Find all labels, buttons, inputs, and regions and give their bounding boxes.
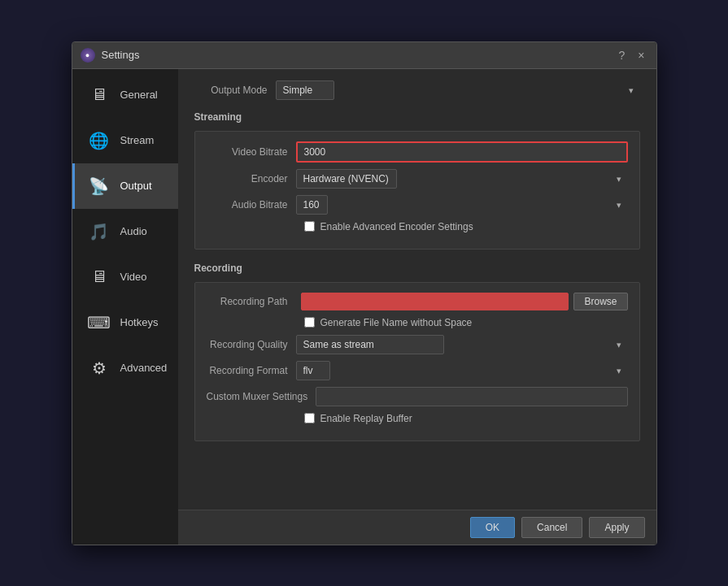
obs-logo-icon: ● xyxy=(81,48,95,63)
recording-section: Recording Recording Path Browse Generate… xyxy=(194,263,640,441)
sidebar-item-stream[interactable]: 🌐 Stream xyxy=(72,118,178,163)
video-bitrate-row: Video Bitrate xyxy=(207,141,628,163)
help-button[interactable]: ? xyxy=(616,47,629,63)
sidebar-label-stream: Stream xyxy=(120,134,155,146)
audio-bitrate-wrapper: 160 128 96 xyxy=(296,195,628,215)
recording-format-select[interactable]: flv mp4 mov mkv xyxy=(296,361,330,380)
recording-format-row: Recording Format flv mp4 mov mkv xyxy=(207,361,628,380)
encoder-row: Encoder Hardware (NVENC) Software (x264) xyxy=(207,169,628,189)
encoder-wrapper: Hardware (NVENC) Software (x264) xyxy=(296,169,628,189)
streaming-section-title: Streaming xyxy=(194,111,640,123)
main-content: Output Mode Simple Advanced Streaming xyxy=(178,69,656,545)
generate-filename-row: Generate File Name without Space xyxy=(207,317,628,328)
recording-section-content: Recording Path Browse Generate File Name… xyxy=(194,282,640,441)
muxer-input[interactable] xyxy=(316,387,627,406)
output-mode-select[interactable]: Simple Advanced xyxy=(276,80,334,100)
recording-path-label: Recording Path xyxy=(207,296,296,307)
dialog-title: Settings xyxy=(102,49,140,61)
content-area: Output Mode Simple Advanced Streaming xyxy=(178,69,656,510)
sidebar-item-hotkeys[interactable]: ⌨ Hotkeys xyxy=(72,300,178,345)
recording-path-input[interactable] xyxy=(301,293,569,310)
sidebar-label-advanced: Advanced xyxy=(120,362,168,374)
close-button[interactable]: × xyxy=(634,47,647,63)
video-bitrate-label: Video Bitrate xyxy=(207,146,296,158)
recording-format-wrapper: flv mp4 mov mkv xyxy=(296,361,628,380)
advanced-encoder-row: Enable Advanced Encoder Settings xyxy=(207,221,628,232)
sidebar-item-video[interactable]: 🖥 Video xyxy=(72,254,178,300)
recording-section-title: Recording xyxy=(194,263,640,274)
output-mode-wrapper: Simple Advanced xyxy=(276,80,640,100)
output-mode-label: Output Mode xyxy=(194,85,276,96)
dialog-body: 🖥 General 🌐 Stream 📡 Output 🎵 Audio 🖥 Vi… xyxy=(72,69,656,545)
advanced-encoder-label: Enable Advanced Encoder Settings xyxy=(320,221,473,232)
sidebar-item-general[interactable]: 🖥 General xyxy=(72,72,178,118)
output-icon: 📡 xyxy=(86,173,112,199)
recording-format-label: Recording Format xyxy=(207,365,296,376)
generate-filename-label: Generate File Name without Space xyxy=(320,317,473,328)
replay-buffer-label: Enable Replay Buffer xyxy=(320,413,412,424)
dialog-footer: OK Cancel Apply xyxy=(178,510,656,545)
title-controls: ? × xyxy=(616,47,648,63)
recording-quality-label: Recording Quality xyxy=(207,339,296,350)
sidebar-item-audio[interactable]: 🎵 Audio xyxy=(72,209,178,254)
apply-button[interactable]: Apply xyxy=(589,517,644,538)
generate-filename-checkbox[interactable] xyxy=(304,317,315,328)
video-icon: 🖥 xyxy=(86,264,112,290)
audio-bitrate-select[interactable]: 160 128 96 xyxy=(296,195,328,215)
watermark-area xyxy=(194,454,640,510)
audio-bitrate-row: Audio Bitrate 160 128 96 xyxy=(207,195,628,215)
stream-icon: 🌐 xyxy=(86,128,112,154)
sidebar-label-general: General xyxy=(120,89,158,101)
streaming-section: Streaming Video Bitrate Encoder xyxy=(194,111,640,250)
muxer-row: Custom Muxer Settings xyxy=(207,387,628,406)
output-mode-row: Output Mode Simple Advanced xyxy=(194,80,640,100)
sidebar-label-video: Video xyxy=(120,271,147,283)
hotkeys-icon: ⌨ xyxy=(86,310,112,336)
encoder-select[interactable]: Hardware (NVENC) Software (x264) xyxy=(296,169,397,189)
advanced-encoder-checkbox[interactable] xyxy=(304,221,315,232)
audio-bitrate-label: Audio Bitrate xyxy=(207,199,296,211)
recording-quality-row: Recording Quality Same as stream High Qu… xyxy=(207,335,628,354)
replay-buffer-checkbox[interactable] xyxy=(304,413,315,423)
recording-quality-select[interactable]: Same as stream High Quality, Medium File… xyxy=(296,335,444,354)
audio-icon: 🎵 xyxy=(86,219,112,245)
browse-button[interactable]: Browse xyxy=(573,293,627,310)
replay-buffer-row: Enable Replay Buffer xyxy=(207,413,628,424)
encoder-label: Encoder xyxy=(207,173,296,184)
streaming-section-content: Video Bitrate Encoder Hardware (NVENC) S… xyxy=(194,131,640,250)
sidebar-label-hotkeys: Hotkeys xyxy=(120,316,159,328)
advanced-icon: ⚙ xyxy=(86,355,112,381)
settings-dialog: ● Settings ? × 🖥 General 🌐 Stream 📡 Outp… xyxy=(72,41,657,545)
recording-path-row: Recording Path Browse xyxy=(207,293,628,310)
sidebar: 🖥 General 🌐 Stream 📡 Output 🎵 Audio 🖥 Vi… xyxy=(72,69,178,545)
muxer-label: Custom Muxer Settings xyxy=(207,391,316,402)
cancel-button[interactable]: Cancel xyxy=(521,517,582,538)
sidebar-item-output[interactable]: 📡 Output xyxy=(72,163,178,209)
general-icon: 🖥 xyxy=(86,82,112,108)
ok-button[interactable]: OK xyxy=(470,517,515,538)
sidebar-label-output: Output xyxy=(120,180,152,192)
sidebar-label-audio: Audio xyxy=(120,225,147,237)
sidebar-item-advanced[interactable]: ⚙ Advanced xyxy=(72,345,178,391)
video-bitrate-input[interactable] xyxy=(296,141,628,163)
title-left: ● Settings xyxy=(81,48,140,63)
recording-quality-wrapper: Same as stream High Quality, Medium File… xyxy=(296,335,628,354)
title-bar: ● Settings ? × xyxy=(72,42,656,69)
